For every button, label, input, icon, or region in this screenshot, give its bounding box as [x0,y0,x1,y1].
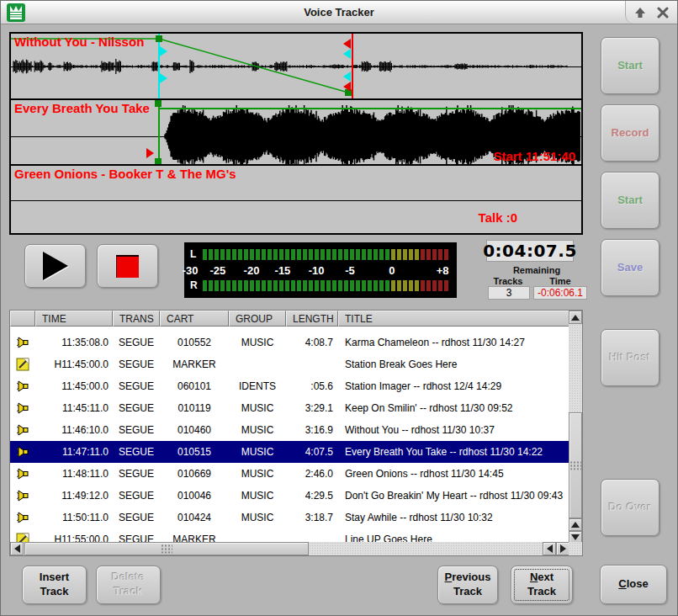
meter-segment [368,280,372,291]
segue-marker-handle-icon[interactable] [343,72,351,82]
log-cell: 3:16.9 [286,424,338,436]
log-cell: SEGUE [113,446,160,458]
log-row[interactable]: 11:46:10.0SEGUE010460MUSIC3:16.9Without … [10,419,569,441]
log-cell: 11:35:08.0 [35,337,113,348]
start-marker-handle-icon[interactable] [146,148,154,158]
meter-segment [415,280,419,291]
meter-segment [209,280,213,291]
meter-segment [391,249,395,260]
stop-button[interactable] [97,244,158,288]
start-track3-button[interactable]: Start [601,172,659,229]
shade-window-icon[interactable] [631,4,649,21]
meter-segment [250,280,254,291]
log-header-LENGTH[interactable]: LENGTH [286,311,338,327]
end-marker-handle-icon[interactable] [343,39,351,49]
segue-marker-handle-icon[interactable] [160,73,167,83]
envelope-handle[interactable] [155,100,162,107]
log-header-GROUP[interactable]: GROUP [229,311,286,327]
meter-segment [279,280,283,291]
meter-segment [373,249,378,260]
log-header-TIME[interactable]: TIME [35,311,113,327]
scroll-up-icon[interactable] [569,311,582,324]
segue-start-marker-line[interactable] [158,34,160,98]
track-1-title: Without You - Nilsson [14,35,144,49]
end-marker-line[interactable] [352,34,353,98]
meter-segment [379,249,384,260]
save-button[interactable]: Save [601,239,659,296]
log-header-TITLE[interactable]: TITLE [338,311,569,327]
log-row[interactable]: 11:47:11.0SEGUE010515MUSIC4:07.5Every Br… [10,441,569,463]
log-cell: 11:45:11.0 [35,402,113,414]
log-row[interactable]: 11:45:11.0SEGUE010119MUSIC3:29.1Keep On … [10,397,569,419]
segue-marker-handle-icon[interactable] [160,46,167,56]
meter-segment [320,280,325,291]
log-cell: 11:45:00.0 [35,380,113,392]
log-cell: Karma Chameleon -- rdhost 11/30 14:27 [338,337,569,348]
vertical-scrollbar[interactable] [569,311,582,544]
track-panel-1[interactable]: Without You - Nilsson [11,34,581,98]
play-button[interactable] [24,244,86,288]
meter-segment [297,249,301,260]
scroll-up-icon[interactable] [569,518,582,531]
horizontal-scrollbar[interactable] [10,542,569,555]
envelope-handle[interactable] [155,158,162,164]
vscroll-thumb[interactable] [569,412,582,518]
log-row[interactable]: 11:35:08.0SEGUE010552MUSIC4:08.7Karma Ch… [10,332,569,353]
segue-marker-handle-icon[interactable] [343,49,351,59]
titlebar[interactable]: Voice Tracker [1,1,677,24]
log-cell: MARKER [160,358,229,370]
previous-track-button[interactable]: PreviousTrack [437,566,498,604]
scroll-left-icon[interactable] [543,542,556,555]
meter-right-segments [203,280,448,291]
meter-segment [444,280,448,291]
hscroll-thumb[interactable] [24,542,309,555]
track-panel-2[interactable]: Every Breath You Take Start 11:51:40 [11,98,581,164]
track-start-marker-line[interactable] [158,100,160,164]
next-track-button[interactable]: NextTrack [511,566,573,604]
log-row[interactable]: 11:50:11.0SEGUE010424MUSIC3:18.7Stay Awh… [10,507,569,528]
meter-left-label: L [190,248,196,260]
log-rows-viewport[interactable]: 11:35:08.0SEGUE010552MUSIC4:08.7Karma Ch… [10,327,569,544]
do-over-button[interactable]: Do Over [601,479,659,536]
hit-post-button[interactable]: Hit Post [601,329,659,386]
log-header-icon[interactable] [10,311,35,327]
meter-scale-tick: -15 [275,264,291,277]
log-cell: 4:07.5 [286,446,338,458]
delete-track-button[interactable]: DeleteTrack [96,566,161,604]
scroll-left-icon[interactable] [10,542,24,555]
log-header-CART[interactable]: CART [160,311,229,327]
insert-track-button[interactable]: InsertTrack [22,566,87,604]
log-row[interactable]: H11:45:00.0SEGUEMARKERStation Break Goes… [10,353,569,375]
meter-segment [444,249,448,260]
log-row[interactable]: 11:48:11.0SEGUE010669MUSIC2:46.0Green On… [10,463,569,485]
audio-cart-icon [16,380,30,393]
log-header-TRANS[interactable]: TRANS [113,311,160,327]
log-row[interactable]: 11:45:00.0SEGUE060101IDENTS:05.6Station … [10,375,569,397]
meter-segment [309,249,313,260]
vscroll-trough[interactable] [569,324,582,518]
envelope-handle[interactable] [156,35,162,42]
meter-segment [409,249,413,260]
meter-segment [244,280,248,291]
log-cell: Keep On Smilin' -- rdhost 11/30 09:52 [338,402,569,414]
log-cell: 010119 [160,402,229,414]
close-button[interactable]: Close [600,565,667,604]
meter-scale-tick: -30 [183,264,199,277]
close-window-icon[interactable] [654,4,672,21]
scroll-right-icon[interactable] [556,542,569,555]
record-button[interactable]: Record [601,104,659,162]
meter-segment [256,280,260,291]
log-cell: 11:49:12.0 [35,490,113,502]
meter-segment [397,280,401,291]
audio-cart-icon [16,327,30,327]
gain-envelope-line[interactable] [159,108,581,109]
log-row[interactable]: 11:49:12.0SEGUE010046MUSIC4:29.5Don't Go… [10,485,569,507]
start-track1-button[interactable]: Start [601,37,659,94]
remaining-time-label: Time [533,276,587,286]
log-cell: Without You -- rdhost 11/30 10:37 [338,424,569,436]
meter-segment [267,249,272,260]
end-marker-handle-icon[interactable] [343,82,351,92]
meter-segment [385,249,389,260]
track-panel-3[interactable]: Green Onions - Booker T & The MG's Talk … [11,164,581,230]
meter-segment [315,249,319,260]
